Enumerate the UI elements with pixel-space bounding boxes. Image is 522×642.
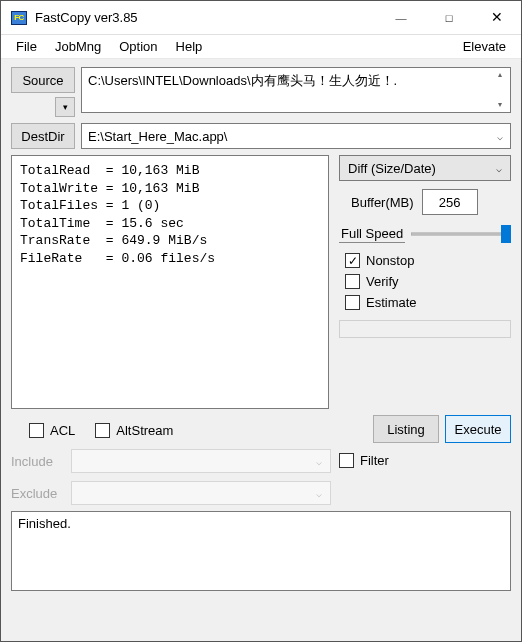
- action-buttons: Listing Execute: [339, 415, 511, 443]
- mid-section: TotalRead = 10,163 MiB TotalWrite = 10,1…: [11, 155, 511, 409]
- menu-elevate[interactable]: Elevate: [454, 37, 515, 56]
- dest-button[interactable]: DestDir: [11, 123, 75, 149]
- acl-checkbox[interactable]: ACL: [29, 423, 75, 438]
- exclude-label: Exclude: [11, 486, 63, 501]
- extra-checks: ACL AltStream: [11, 415, 331, 438]
- speed-label: Full Speed: [339, 225, 405, 243]
- nonstop-checkbox[interactable]: ✓Nonstop: [345, 253, 511, 268]
- exclude-combo[interactable]: ⌵: [71, 481, 331, 505]
- mode-combo[interactable]: Diff (Size/Date) ⌵: [339, 155, 511, 181]
- buffer-label: Buffer(MB): [351, 195, 414, 210]
- source-row: Source ▾ C:\Users\INTEL\Downloads\内有鹰头马！…: [11, 67, 511, 117]
- include-row: Include ⌵: [11, 449, 331, 473]
- menu-file[interactable]: File: [7, 37, 46, 56]
- source-input[interactable]: C:\Users\INTEL\Downloads\内有鹰头马！生人勿近！. ▴▾: [81, 67, 511, 113]
- speed-row: Full Speed: [339, 223, 511, 245]
- menu-help[interactable]: Help: [167, 37, 212, 56]
- include-label: Include: [11, 454, 63, 469]
- content: Source ▾ C:\Users\INTEL\Downloads\内有鹰头马！…: [1, 59, 521, 641]
- source-history-dropdown[interactable]: ▾: [55, 97, 75, 117]
- chevron-down-icon: ⌵: [308, 488, 330, 499]
- buffer-input[interactable]: 256: [422, 189, 478, 215]
- verify-checkbox[interactable]: Verify: [345, 274, 511, 289]
- estimate-checkbox[interactable]: Estimate: [345, 295, 511, 310]
- options-panel: Diff (Size/Date) ⌵ Buffer(MB) 256 Full S…: [339, 155, 511, 409]
- source-button[interactable]: Source: [11, 67, 75, 93]
- titlebar: FastCopy ver3.85 — □ ✕: [1, 1, 521, 35]
- window-title: FastCopy ver3.85: [35, 10, 377, 25]
- chevron-down-icon: ⌵: [308, 456, 330, 467]
- dest-value: E:\Start_Here_Mac.app\: [82, 129, 490, 144]
- include-combo[interactable]: ⌵: [71, 449, 331, 473]
- maximize-button[interactable]: □: [425, 1, 473, 35]
- menu-option[interactable]: Option: [110, 37, 166, 56]
- menu-jobmng[interactable]: JobMng: [46, 37, 110, 56]
- buffer-row: Buffer(MB) 256: [339, 189, 511, 215]
- stats-panel: TotalRead = 10,163 MiB TotalWrite = 10,1…: [11, 155, 329, 409]
- minimize-button[interactable]: —: [377, 1, 425, 35]
- filter-checkbox[interactable]: Filter: [339, 453, 511, 468]
- close-button[interactable]: ✕: [473, 1, 521, 35]
- exclude-row: Exclude ⌵: [11, 481, 331, 505]
- listing-button[interactable]: Listing: [373, 415, 439, 443]
- progress-placeholder: [339, 320, 511, 338]
- window: FastCopy ver3.85 — □ ✕ File JobMng Optio…: [0, 0, 522, 642]
- dest-combo[interactable]: E:\Start_Here_Mac.app\ ⌵: [81, 123, 511, 149]
- chevron-down-icon: ⌵: [488, 163, 510, 174]
- checks-group: ✓Nonstop Verify Estimate: [339, 253, 511, 310]
- action-section: ACL AltStream Listing Execute: [11, 415, 511, 443]
- app-icon: [11, 11, 27, 25]
- source-value: C:\Users\INTEL\Downloads\内有鹰头马！生人勿近！.: [88, 73, 397, 88]
- filter-section: Include ⌵ Exclude ⌵ Filter: [11, 449, 511, 505]
- execute-button[interactable]: Execute: [445, 415, 511, 443]
- log-output[interactable]: Finished.: [11, 511, 511, 591]
- altstream-checkbox[interactable]: AltStream: [95, 423, 173, 438]
- menubar: File JobMng Option Help Elevate: [1, 35, 521, 59]
- source-scroll[interactable]: ▴▾: [491, 69, 509, 111]
- dest-row: DestDir E:\Start_Here_Mac.app\ ⌵: [11, 123, 511, 149]
- speed-slider[interactable]: [411, 223, 511, 245]
- mode-value: Diff (Size/Date): [340, 161, 488, 176]
- chevron-down-icon: ⌵: [490, 131, 510, 142]
